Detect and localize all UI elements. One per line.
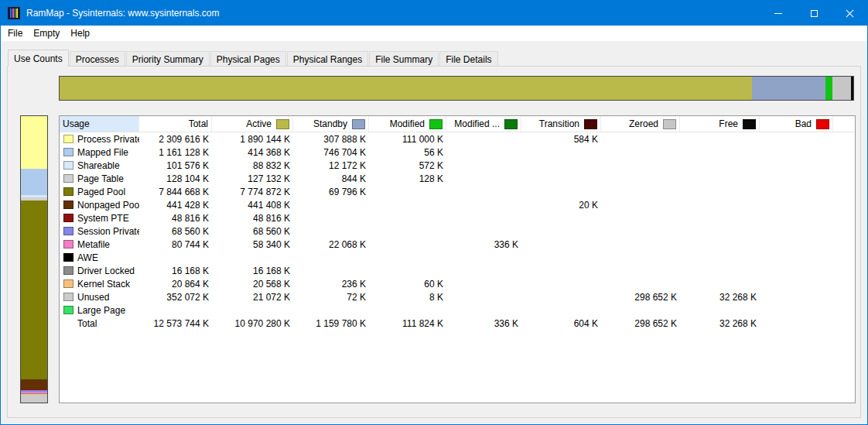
table-body: Process Private2 309 616 K1 890 144 K307…	[60, 132, 855, 330]
value-cell: 111 824 K	[369, 318, 446, 329]
row-label: Paged Pool	[77, 187, 125, 197]
column-swatch-modified	[504, 119, 518, 129]
column-header-free[interactable]: Free	[680, 116, 760, 132]
value-cell: 336 K	[446, 239, 521, 250]
bar-segment-active	[60, 77, 752, 100]
column-swatch-free	[743, 119, 756, 129]
tab-file-summary[interactable]: File Summary	[369, 51, 439, 66]
row-label: Session Private	[77, 226, 139, 237]
maximize-icon	[811, 10, 818, 17]
column-label: Zeroed	[629, 118, 658, 129]
column-label: Modified	[390, 118, 425, 129]
close-icon	[846, 9, 854, 18]
row-label: Metafile	[77, 239, 110, 250]
column-header-active[interactable]: Active	[212, 116, 293, 132]
maximize-button[interactable]	[796, 1, 832, 26]
column-label: Standby	[313, 118, 347, 129]
table-row-driver-locked[interactable]: Driver Locked16 168 K16 168 K	[60, 264, 855, 277]
value-cell: 604 K	[521, 318, 601, 329]
value-cell: 746 704 K	[293, 147, 369, 158]
column-swatch-zeroed	[663, 119, 676, 129]
table-row-mapped-file[interactable]: Mapped File1 161 128 K414 368 K746 704 K…	[60, 146, 855, 159]
value-cell: 32 268 K	[680, 292, 760, 303]
row-swatch	[63, 266, 73, 275]
row-label: System PTE	[77, 213, 129, 224]
column-header-modified[interactable]: Modified	[369, 116, 446, 132]
menu-item-help[interactable]: Help	[65, 26, 95, 41]
table-row-paged-pool[interactable]: Paged Pool7 844 668 K7 774 872 K69 796 K	[60, 185, 855, 198]
row-label: Shareable	[77, 160, 120, 171]
column-header-usage[interactable]: Usage	[60, 116, 139, 132]
column-header-filler	[833, 116, 855, 132]
value-cell: 56 K	[369, 147, 446, 158]
app-icon	[8, 7, 20, 19]
window-title: RamMap - Sysinternals: www.sysinternals.…	[26, 8, 219, 19]
row-label: Unused	[77, 292, 109, 303]
window-controls	[760, 1, 867, 26]
row-swatch	[63, 135, 73, 143]
row-label: Kernel Stack	[77, 279, 130, 290]
column-label: Total	[189, 118, 208, 129]
column-header-standby[interactable]: Standby	[293, 116, 369, 132]
table-row-page-table[interactable]: Page Table128 104 K127 132 K844 K128 K	[60, 172, 855, 185]
value-cell: 58 340 K	[212, 239, 293, 250]
usage-cell: Metafile	[60, 239, 139, 250]
tab-processes[interactable]: Processes	[70, 51, 125, 66]
row-label: Total	[77, 318, 97, 329]
row-label: Large Page	[77, 305, 125, 316]
value-cell: 12 573 744 K	[139, 318, 212, 329]
table-row-nonpaged-pool[interactable]: Nonpaged Pool441 428 K441 408 K20 K	[60, 198, 855, 211]
usage-cell: Shareable	[60, 160, 139, 171]
value-cell: 128 104 K	[139, 173, 212, 184]
column-label: Transition	[539, 118, 579, 129]
table-row-kernel-stack[interactable]: Kernel Stack20 864 K20 568 K236 K60 K	[60, 277, 855, 290]
column-swatch-transition	[584, 119, 597, 129]
row-swatch	[63, 201, 73, 209]
row-label: Process Private	[77, 134, 139, 145]
tab-priority-summary[interactable]: Priority Summary	[126, 51, 210, 66]
row-swatch	[63, 253, 73, 262]
use-counts-tab-page: UsageTotalActiveStandbyModifiedModified …	[7, 66, 861, 418]
column-label: Active	[246, 118, 272, 129]
usage-cell: Unused	[60, 292, 139, 303]
table-row-metafile[interactable]: Metafile80 744 K58 340 K22 068 K336 K	[60, 238, 855, 251]
table-row-awe[interactable]: AWE	[60, 251, 855, 264]
row-swatch	[63, 319, 73, 327]
column-header-zeroed[interactable]: Zeroed	[601, 116, 680, 132]
menu-bar: FileEmptyHelp	[1, 26, 867, 41]
value-cell: 1 161 128 K	[139, 147, 212, 158]
table-row-shareable[interactable]: Shareable101 576 K88 832 K12 172 K572 K	[60, 159, 855, 172]
column-label: Free	[719, 118, 738, 129]
tab-physical-pages[interactable]: Physical Pages	[210, 51, 286, 66]
value-cell: 128 K	[369, 173, 446, 184]
tab-use-counts[interactable]: Use Counts	[8, 50, 69, 67]
tab-physical-ranges[interactable]: Physical Ranges	[287, 51, 368, 66]
menu-item-empty[interactable]: Empty	[28, 26, 65, 41]
minimize-button[interactable]	[760, 1, 796, 26]
column-header-modified[interactable]: Modified ...	[446, 116, 521, 132]
table-row-system-pte[interactable]: System PTE48 816 K48 816 K	[60, 211, 855, 224]
bar-segment-standby	[752, 77, 825, 100]
value-cell: 48 816 K	[212, 213, 293, 224]
column-header-total[interactable]: Total	[139, 116, 212, 132]
column-header-bad[interactable]: Bad	[760, 116, 833, 132]
row-label: AWE	[77, 252, 98, 263]
table-row-large-page[interactable]: Large Page	[60, 303, 855, 317]
value-cell: 236 K	[293, 279, 369, 290]
value-cell: 8 K	[369, 292, 446, 303]
close-button[interactable]	[832, 1, 867, 26]
value-cell: 20 K	[521, 200, 601, 211]
value-cell: 101 576 K	[139, 160, 212, 171]
table-row-session-private[interactable]: Session Private68 560 K68 560 K	[60, 224, 855, 238]
row-swatch	[63, 279, 73, 288]
tab-file-details[interactable]: File Details	[439, 51, 497, 66]
column-header-transition[interactable]: Transition	[521, 116, 601, 132]
usage-cell: Session Private	[60, 226, 139, 237]
menu-item-file[interactable]: File	[2, 26, 28, 41]
bar-segment-free	[851, 77, 853, 100]
table-row-unused[interactable]: Unused352 072 K21 072 K72 K8 K298 652 K3…	[60, 290, 855, 303]
usage-bar-chart	[20, 115, 48, 403]
value-cell: 584 K	[521, 134, 601, 145]
table-row-process-private[interactable]: Process Private2 309 616 K1 890 144 K307…	[60, 132, 855, 146]
table-row-total[interactable]: Total12 573 744 K10 970 280 K1 159 780 K…	[60, 317, 855, 330]
